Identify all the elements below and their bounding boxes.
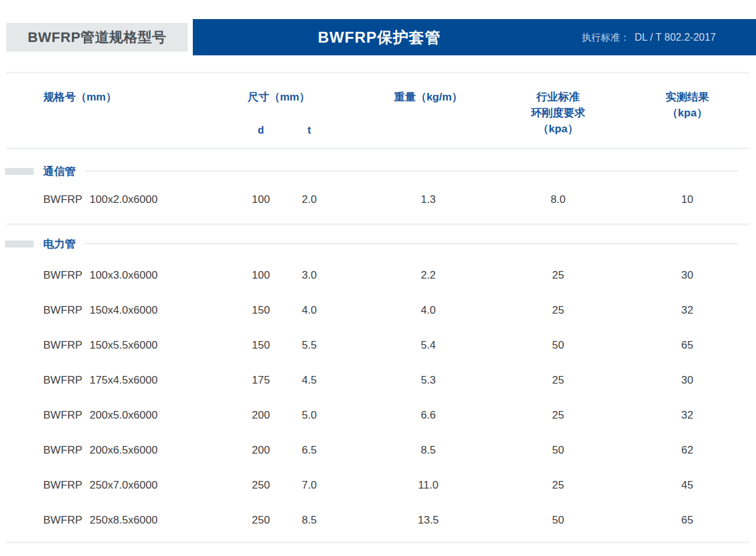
cell-result: 10 — [587, 192, 750, 207]
section-header-communication: 通信管 — [5, 164, 738, 178]
cell-model: BWFRP 200x6.5x6000 — [6, 443, 230, 458]
cell-weight: 8.5 — [327, 443, 529, 458]
standard-value: DL / T 802.2-2017 — [634, 31, 716, 42]
section-label: 通信管 — [43, 164, 76, 179]
table-row: BWFRP 100x2.0x6000 100 2.0 1.3 8.0 10 — [6, 192, 750, 207]
cell-model: BWFRP 100x3.0x6000 — [6, 268, 230, 283]
table-row: BWFRP 200x5.0x6000 200 5.0 6.6 25 32 — [6, 408, 750, 423]
cell-result: 45 — [587, 478, 750, 493]
cell-t: 6.5 — [291, 443, 327, 458]
cell-weight: 4.0 — [327, 303, 529, 318]
spec-tag-box: BWFRP管道规格型号 — [6, 23, 188, 52]
table-row: BWFRP 250x7.0x6000 250 7.0 11.0 25 45 — [6, 478, 750, 493]
cell-model: BWFRP 100x2.0x6000 — [6, 192, 230, 207]
cell-ring: 25 — [529, 373, 587, 388]
cell-result: 32 — [587, 303, 750, 318]
spec-tag-label: BWFRP管道规格型号 — [27, 28, 166, 47]
title-banner: BWFRP保护套管 执行标准：DL / T 802.2-2017 — [193, 19, 756, 55]
section-bar — [5, 168, 34, 175]
table-row: BWFRP 150x5.5x6000 150 5.5 5.4 50 65 — [6, 338, 750, 353]
cell-d: 175 — [230, 373, 291, 388]
table-row: BWFRP 100x3.0x6000 100 3.0 2.2 25 30 — [6, 268, 750, 283]
cell-d: 150 — [230, 338, 291, 353]
divider-section — [6, 223, 750, 225]
col-header-d: d — [230, 122, 291, 138]
col-header-result: 实测结果 （kpa） — [587, 89, 750, 121]
cell-result: 30 — [587, 268, 750, 283]
cell-weight: 6.6 — [327, 408, 529, 423]
cell-d: 200 — [230, 443, 291, 458]
cell-t: 8.5 — [291, 513, 327, 528]
cell-model: BWFRP 150x4.0x6000 — [6, 303, 230, 318]
col-header-spec: 规格号（mm） — [6, 89, 230, 105]
cell-model: BWFRP 250x8.5x6000 — [6, 513, 230, 528]
col-header-t: t — [291, 122, 327, 138]
standard-note: 执行标准：DL / T 802.2-2017 — [582, 31, 716, 43]
table-row: BWFRP 200x6.5x6000 200 6.5 8.5 50 62 — [6, 443, 750, 458]
cell-d: 250 — [230, 478, 291, 493]
cell-model: BWFRP 200x5.0x6000 — [6, 408, 230, 423]
col-header-size-title: 尺寸（mm） — [230, 89, 327, 105]
section-rule — [85, 243, 738, 244]
cell-result: 62 — [587, 443, 750, 458]
standard-label: 执行标准： — [582, 31, 629, 42]
cell-ring: 50 — [529, 513, 587, 528]
table-row: BWFRP 175x4.5x6000 175 4.5 5.3 25 30 — [6, 373, 750, 388]
cell-weight: 5.3 — [327, 373, 529, 388]
col-header-ring-line3: （kpa） — [529, 121, 587, 137]
cell-d: 200 — [230, 408, 291, 423]
cell-t: 2.0 — [291, 192, 327, 207]
section-rule — [85, 170, 738, 172]
cell-result: 30 — [587, 373, 750, 388]
cell-ring: 25 — [529, 408, 587, 423]
table-header-row: 规格号（mm） 尺寸（mm） d t 重量（kg/m） 行业标准 环刚度要求 （… — [6, 89, 750, 138]
col-header-size: 尺寸（mm） d t — [230, 89, 327, 138]
cell-result: 65 — [587, 338, 750, 353]
col-header-ring-line2: 环刚度要求 — [529, 105, 587, 121]
col-header-result-line2: （kpa） — [625, 105, 750, 121]
cell-ring: 25 — [529, 268, 587, 283]
divider-bottom — [6, 541, 750, 543]
divider-header-bottom — [6, 148, 750, 149]
divider-top — [6, 72, 750, 74]
page-title: BWFRP保护套管 — [318, 27, 441, 48]
col-header-ring-line1: 行业标准 — [529, 89, 587, 105]
cell-t: 5.5 — [291, 338, 327, 353]
cell-d: 150 — [230, 303, 291, 318]
cell-weight: 11.0 — [327, 478, 529, 493]
table-row: BWFRP 150x4.0x6000 150 4.0 4.0 25 32 — [6, 303, 750, 318]
cell-d: 250 — [230, 513, 291, 528]
cell-d: 100 — [230, 192, 291, 207]
col-header-weight: 重量（kg/m） — [327, 89, 529, 105]
col-header-ring-stiffness: 行业标准 环刚度要求 （kpa） — [529, 89, 587, 137]
cell-ring: 8.0 — [529, 192, 587, 207]
cell-weight: 1.3 — [327, 192, 529, 207]
cell-model: BWFRP 150x5.5x6000 — [6, 338, 230, 353]
cell-weight: 5.4 — [327, 338, 529, 353]
cell-t: 7.0 — [291, 478, 327, 493]
table-row: BWFRP 250x8.5x6000 250 8.5 13.5 50 65 — [6, 513, 750, 528]
cell-t: 5.0 — [291, 408, 327, 423]
col-header-result-line1: 实测结果 — [625, 89, 750, 105]
cell-ring: 25 — [529, 303, 587, 318]
cell-d: 100 — [230, 268, 291, 283]
cell-ring: 50 — [529, 443, 587, 458]
cell-weight: 2.2 — [327, 268, 529, 283]
col-header-dt-row: d t — [230, 122, 327, 138]
cell-t: 4.5 — [291, 373, 327, 388]
section-header-power: 电力管 — [5, 237, 738, 251]
cell-weight: 13.5 — [327, 513, 529, 528]
cell-result: 32 — [587, 408, 750, 423]
cell-ring: 25 — [529, 478, 587, 493]
cell-model: BWFRP 175x4.5x6000 — [6, 373, 230, 388]
section-label: 电力管 — [43, 237, 76, 251]
cell-t: 3.0 — [291, 268, 327, 283]
cell-t: 4.0 — [291, 303, 327, 318]
cell-model: BWFRP 250x7.0x6000 — [6, 478, 230, 493]
cell-result: 65 — [587, 513, 750, 528]
section-bar — [5, 240, 34, 247]
cell-ring: 50 — [529, 338, 587, 353]
